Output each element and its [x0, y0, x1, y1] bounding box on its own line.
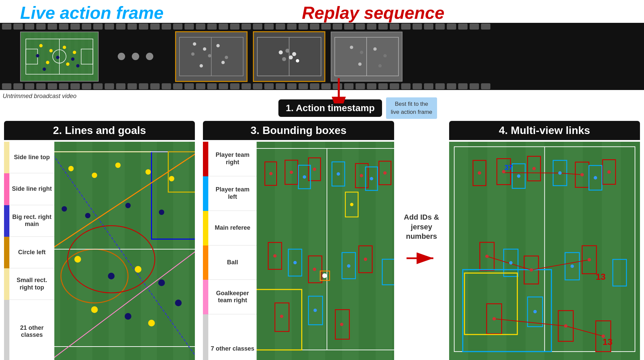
- svg-point-65: [68, 166, 74, 171]
- film-hole: [276, 24, 285, 30]
- legend-text-player-left: Player team left: [208, 176, 257, 211]
- film-hole: [241, 83, 251, 89]
- svg-point-23: [203, 47, 206, 51]
- film-hole: [173, 83, 182, 89]
- legend-bbox: Player team right Player team left Main …: [203, 142, 257, 360]
- film-hole: [127, 24, 137, 30]
- film-frame-gray-highlighted: [254, 32, 324, 81]
- legend-text-gk-right: Goalkeeper team right: [208, 280, 257, 314]
- legend-item-small-rect: Small rect. right top: [4, 268, 54, 300]
- legend-text-small-rect: Small rect. right top: [9, 268, 54, 300]
- svg-point-69: [169, 176, 174, 181]
- svg-point-68: [146, 169, 151, 175]
- film-hole: [344, 24, 354, 30]
- svg-point-38: [296, 59, 299, 62]
- film-hole: [481, 83, 490, 89]
- legend-color-player-right: [203, 142, 208, 176]
- film-frame-gray-1: [176, 32, 247, 81]
- film-frame-live: [21, 32, 98, 81]
- dot: [118, 53, 125, 60]
- legend-item-player-left: Player team left: [203, 176, 257, 211]
- svg-line-160: [503, 173, 560, 173]
- svg-point-178: [571, 265, 574, 268]
- bottom-section: 2. Lines and goals Side line top Side li…: [0, 121, 644, 360]
- svg-point-24: [216, 44, 220, 47]
- panel-bounding-boxes: 3. Bounding boxes Player team right Play…: [203, 121, 394, 360]
- untrimmed-label: Untrimmed broadcast video: [3, 93, 76, 100]
- svg-point-123: [293, 261, 297, 264]
- legend-color-sideline-top: [4, 142, 9, 173]
- film-hole: [333, 24, 342, 30]
- title-replay: Replay sequence: [302, 3, 444, 23]
- field-bbox-image: [257, 142, 394, 360]
- svg-point-46: [358, 62, 362, 66]
- svg-point-120: [273, 254, 277, 258]
- svg-rect-133: [449, 142, 468, 360]
- film-hole: [413, 83, 422, 89]
- film-hole: [390, 83, 399, 89]
- film-hole: [36, 83, 46, 89]
- svg-point-169: [580, 173, 584, 176]
- film-hole: [105, 24, 114, 30]
- legend-color-sideline-right: [4, 173, 9, 205]
- svg-point-119: [370, 177, 373, 180]
- film-hole: [36, 24, 46, 30]
- svg-point-66: [92, 173, 97, 178]
- film-frame-gray-2: [331, 32, 402, 81]
- best-fit-line1: Best fit to the: [395, 101, 428, 107]
- svg-point-45: [383, 54, 387, 57]
- legend-color-ball: [203, 245, 208, 280]
- svg-point-173: [594, 176, 597, 179]
- film-hole: [48, 24, 57, 30]
- dot: [146, 53, 153, 60]
- svg-point-116: [383, 171, 387, 175]
- legend-color-gk-right: [203, 280, 208, 314]
- film-hole: [70, 24, 80, 30]
- film-hole: [458, 83, 468, 89]
- svg-point-179: [492, 317, 496, 320]
- svg-point-73: [159, 210, 164, 215]
- film-hole: [299, 24, 308, 30]
- svg-point-43: [360, 51, 363, 54]
- legend-text-player-right: Player team right: [208, 142, 257, 176]
- film-hole: [435, 83, 445, 89]
- legend-text-main-referee: Main referee: [208, 211, 257, 245]
- svg-point-177: [509, 261, 513, 264]
- legend-color-other-lines: [4, 300, 9, 360]
- legend-text-sideline-right: Side line right: [9, 173, 54, 205]
- film-hole: [127, 83, 137, 89]
- film-hole: [424, 83, 433, 89]
- legend-item-sideline-right: Side line right: [4, 173, 54, 205]
- legend-color-circle-left: [4, 237, 9, 268]
- svg-point-74: [74, 256, 81, 263]
- film-hole: [196, 24, 205, 30]
- film-hole: [70, 83, 80, 89]
- svg-point-125: [350, 203, 354, 206]
- film-hole: [413, 24, 422, 30]
- film-hole: [276, 83, 285, 89]
- film-hole: [299, 83, 308, 89]
- svg-point-27: [225, 56, 228, 59]
- film-hole: [116, 24, 125, 30]
- film-hole: [367, 24, 376, 30]
- film-hole: [378, 83, 388, 89]
- legend-color-small-rect: [4, 268, 9, 300]
- svg-point-47: [378, 64, 382, 68]
- svg-point-35: [292, 52, 296, 56]
- film-hole: [25, 24, 34, 30]
- svg-point-113: [290, 171, 293, 174]
- film-hole: [390, 24, 399, 30]
- svg-point-126: [280, 315, 283, 318]
- film-holes-top: [0, 23, 644, 30]
- film-hole: [184, 83, 194, 89]
- film-hole: [59, 24, 68, 30]
- panel-multiview: 4. Multi-view links: [449, 121, 640, 360]
- svg-point-78: [91, 306, 98, 313]
- svg-point-176: [587, 258, 591, 261]
- svg-text:13: 13: [602, 337, 612, 347]
- legend-text-ball: Ball: [208, 245, 257, 280]
- svg-point-81: [175, 300, 182, 306]
- film-hole: [13, 24, 23, 30]
- svg-point-128: [314, 309, 317, 312]
- svg-rect-89: [376, 142, 392, 360]
